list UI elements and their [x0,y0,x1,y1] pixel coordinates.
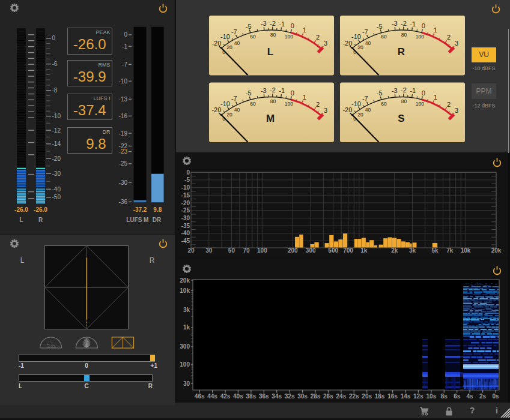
svg-text:-30: -30 [52,170,61,177]
svg-text:22s: 22s [349,393,359,400]
svg-text:100: 100 [285,34,293,40]
svg-text:5k: 5k [432,247,439,254]
svg-text:-20: -20 [342,106,352,113]
svg-text:100: 100 [285,101,293,107]
svg-text:-10: -10 [52,113,61,119]
svg-text:L: L [267,46,273,58]
svg-text:2s: 2s [479,393,487,400]
svg-text:-10: -10 [220,100,230,107]
svg-text:-20: -20 [211,106,221,113]
svg-text:1k: 1k [360,247,368,254]
svg-text:20s: 20s [362,393,372,400]
svg-text:-20: -20 [342,40,352,47]
svg-text:DR: DR [153,217,162,223]
svg-text:2: 2 [316,101,320,108]
svg-text:20k: 20k [180,277,190,284]
svg-text:0: 0 [422,22,425,29]
svg-text:-15: -15 [181,192,190,199]
svg-text:-13: -13 [119,96,128,103]
svg-text:-30: -30 [181,215,190,221]
svg-text:-1: -1 [410,87,416,94]
svg-text:-45: -45 [181,238,190,244]
svg-text:R: R [38,217,43,223]
svg-text:-3: -3 [261,20,267,27]
svg-text:3: 3 [324,107,327,114]
svg-text:7k: 7k [446,247,454,254]
svg-text:60: 60 [381,101,387,107]
svg-text:300: 300 [180,343,190,350]
svg-text:-26.0: -26.0 [34,206,47,213]
svg-text:70: 70 [243,247,250,254]
svg-text:-20: -20 [52,155,61,162]
svg-text:1: 1 [434,26,437,34]
svg-text:-1: -1 [410,20,416,28]
svg-text:-2: -2 [270,20,276,27]
svg-text:LUFS M: LUFS M [126,217,148,223]
svg-text:28s: 28s [311,393,321,400]
svg-text:1: 1 [303,26,306,34]
svg-text:-37.2: -37.2 [133,206,147,213]
svg-text:36s: 36s [259,393,269,400]
svg-text:100: 100 [416,34,424,40]
svg-text:-2: -2 [401,86,407,94]
svg-text:0: 0 [52,35,56,41]
svg-text:-7: -7 [122,61,127,68]
svg-text:24s: 24s [336,393,347,400]
svg-text:R: R [150,256,155,265]
svg-text:1k: 1k [183,324,190,331]
svg-text:-2: -2 [401,20,407,27]
svg-text:100: 100 [416,101,424,107]
svg-text:4s: 4s [467,393,474,400]
svg-text:-40: -40 [52,186,61,193]
svg-text:60: 60 [250,34,256,40]
svg-text:0: 0 [422,89,425,97]
svg-text:20: 20 [226,112,232,118]
svg-text:-19: -19 [119,130,128,137]
svg-text:-16: -16 [119,113,128,119]
svg-text:-1: -1 [279,87,285,94]
svg-text:30: 30 [183,380,190,387]
svg-text:10s: 10s [427,393,437,400]
svg-text:-20: -20 [181,200,190,206]
svg-text:20: 20 [187,247,195,254]
svg-text:9.8: 9.8 [153,206,162,213]
svg-text:-25: -25 [181,207,190,214]
svg-text:-5: -5 [246,23,252,30]
svg-text:26s: 26s [323,393,333,400]
svg-text:80: 80 [401,98,407,104]
svg-text:-10: -10 [351,33,361,40]
svg-text:-20: -20 [211,40,221,47]
svg-text:0: 0 [291,22,294,29]
svg-text:-30: -30 [119,179,128,186]
svg-text:-5: -5 [246,89,252,97]
svg-text:80: 80 [270,32,276,38]
svg-text:-10: -10 [351,100,361,107]
svg-text:30s: 30s [297,393,308,400]
svg-text:44s: 44s [207,393,217,400]
svg-text:2k: 2k [391,247,398,254]
svg-text:42s: 42s [220,393,231,400]
svg-text:-7: -7 [231,95,237,102]
svg-text:1: 1 [303,94,306,101]
svg-text:38s: 38s [246,393,257,400]
svg-text:200: 200 [288,247,298,254]
svg-text:40: 40 [234,40,240,46]
svg-text:3k: 3k [409,247,416,254]
svg-text:-5: -5 [377,89,383,97]
svg-text:-10: -10 [181,184,190,191]
svg-text:18s: 18s [375,393,385,400]
svg-text:20: 20 [226,44,232,50]
svg-text:-2: -2 [270,86,276,94]
svg-text:-12: -12 [52,127,61,134]
svg-text:-25: -25 [119,160,128,167]
svg-text:10k: 10k [180,287,190,294]
svg-text:3: 3 [324,40,327,47]
svg-text:-5: -5 [377,23,383,30]
svg-text:12s: 12s [413,393,423,400]
svg-text:0: 0 [291,89,294,97]
svg-text:-40: -40 [181,230,190,236]
svg-text:40: 40 [365,107,371,113]
svg-text:-7: -7 [231,28,237,35]
svg-text:-7: -7 [362,28,368,35]
svg-text:20k: 20k [491,247,502,254]
